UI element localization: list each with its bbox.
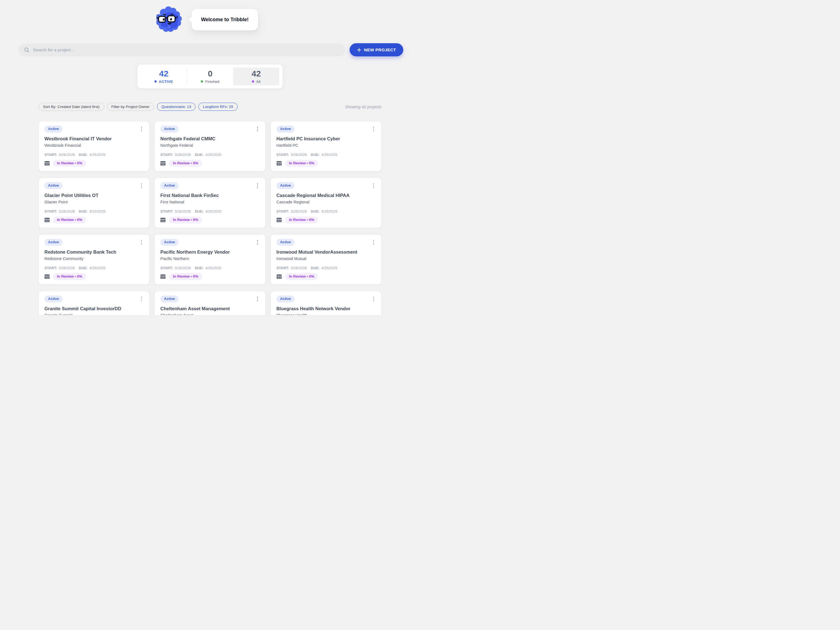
due-label: DUE: bbox=[79, 209, 88, 213]
start-label: START: bbox=[276, 153, 289, 157]
review-status-badge: In Review • 0% bbox=[285, 216, 318, 224]
project-card[interactable]: Active Bluegrass Health Network Vendor B… bbox=[271, 291, 382, 315]
active-dot-icon bbox=[155, 80, 157, 83]
project-company: Ironwood Mutual bbox=[276, 256, 376, 262]
project-card[interactable]: Active Redstone Community Bank Tech Reds… bbox=[38, 235, 149, 285]
start-date: 3/26/2026 bbox=[291, 153, 307, 157]
kebab-menu-icon[interactable] bbox=[139, 239, 144, 246]
project-title: Hartfield PC Insurance Cyber bbox=[276, 135, 376, 142]
project-title: Westbrook Financial IT Vendor bbox=[44, 135, 144, 142]
project-company: Redstone Community bbox=[44, 256, 144, 262]
sort-by-filter[interactable]: Sort By: Created Date (latest first) bbox=[38, 103, 104, 111]
project-card[interactable]: Active Cheltenham Asset Management Chelt… bbox=[155, 291, 265, 315]
project-company: Cheltenham Asset bbox=[160, 312, 259, 315]
search-input[interactable] bbox=[33, 47, 340, 52]
showing-count: Showing 42 projects bbox=[345, 105, 382, 109]
new-project-button[interactable]: NEW PROJECT bbox=[350, 43, 403, 57]
kebab-menu-icon[interactable] bbox=[255, 296, 260, 302]
project-title: Bluegrass Health Network Vendor bbox=[276, 306, 376, 312]
status-badge: Active bbox=[44, 182, 63, 189]
welcome-bubble: Welcome to Tribble! bbox=[191, 9, 258, 30]
kebab-menu-icon[interactable] bbox=[139, 296, 144, 302]
status-badge: Active bbox=[160, 296, 178, 302]
start-date: 3/26/2026 bbox=[58, 153, 75, 157]
project-dates: START: 3/26/2026 DUE: 4/25/2025 bbox=[160, 153, 259, 157]
kebab-menu-icon[interactable] bbox=[139, 182, 144, 189]
kebab-menu-icon[interactable] bbox=[255, 182, 260, 189]
project-card[interactable]: Active Glacier Point Utilities OT Glacie… bbox=[38, 178, 149, 228]
stat-finished[interactable]: 0 Finished bbox=[187, 68, 233, 85]
review-status-badge: In Review • 0% bbox=[169, 160, 202, 167]
project-card[interactable]: Active Hartfield PC Insurance Cyber Hart… bbox=[271, 121, 382, 171]
review-status-badge: In Review • 0% bbox=[53, 216, 86, 224]
start-date: 3/26/2026 bbox=[175, 153, 191, 157]
status-badge: Active bbox=[160, 182, 178, 189]
start-date: 3/26/2026 bbox=[58, 266, 75, 270]
project-card[interactable]: Active Granite Summit Capital InvestorDD… bbox=[38, 291, 149, 315]
project-card[interactable]: Active Pacific Northern Energy Vendor Pa… bbox=[155, 235, 265, 285]
start-label: START: bbox=[44, 153, 57, 157]
stat-active[interactable]: 42 ACTIVE bbox=[141, 68, 187, 85]
due-date: 4/25/2025 bbox=[321, 153, 338, 157]
project-company: Northgate Federal bbox=[160, 143, 259, 148]
project-company: First National bbox=[160, 199, 259, 205]
due-label: DUE: bbox=[311, 266, 320, 270]
kebab-menu-icon[interactable] bbox=[255, 239, 260, 246]
table-icon bbox=[160, 161, 166, 166]
project-title: Cheltenham Asset Management bbox=[160, 306, 259, 312]
start-date: 3/26/2026 bbox=[175, 209, 191, 213]
kebab-menu-icon[interactable] bbox=[371, 182, 376, 189]
start-label: START: bbox=[276, 266, 289, 270]
questionnaire-filter[interactable]: Questionnaire: 13 bbox=[157, 103, 196, 111]
bubble-tail bbox=[188, 16, 195, 23]
project-title: First National Bank FinSec bbox=[160, 192, 259, 198]
project-company: Glacier Point bbox=[44, 199, 144, 205]
search-row: NEW PROJECT bbox=[19, 43, 403, 57]
project-card[interactable]: Active Ironwood Mutual VendorAssessment … bbox=[271, 235, 382, 285]
due-label: DUE: bbox=[195, 153, 204, 157]
longform-rfx-filter[interactable]: Longform RFx: 29 bbox=[198, 103, 237, 111]
start-label: START: bbox=[44, 266, 57, 270]
project-title: Ironwood Mutual VendorAssessment bbox=[276, 249, 376, 255]
due-label: DUE: bbox=[79, 153, 88, 157]
start-label: START: bbox=[160, 266, 173, 270]
due-date: 4/25/2025 bbox=[205, 153, 221, 157]
project-company: Cascade Regional bbox=[276, 199, 376, 205]
plus-icon bbox=[357, 48, 362, 52]
project-company: Bluegrass Health bbox=[276, 312, 376, 315]
status-badge: Active bbox=[276, 182, 295, 189]
project-dates: START: 3/26/2026 DUE: 4/25/2025 bbox=[44, 266, 144, 270]
project-card[interactable]: Active Northgate Federal CMMC Northgate … bbox=[155, 121, 265, 171]
due-label: DUE: bbox=[195, 266, 204, 270]
stat-finished-count: 0 bbox=[208, 69, 213, 78]
project-card[interactable]: Active Cascade Regional Medical HIPAA Ca… bbox=[271, 178, 382, 228]
welcome-text: Welcome to Tribble! bbox=[201, 17, 249, 23]
review-status-badge: In Review • 0% bbox=[169, 273, 202, 280]
due-date: 4/25/2025 bbox=[89, 153, 106, 157]
project-card[interactable]: Active Westbrook Financial IT Vendor Wes… bbox=[38, 121, 149, 171]
stat-all[interactable]: 42 All bbox=[233, 68, 279, 85]
kebab-menu-icon[interactable] bbox=[371, 296, 376, 302]
stat-all-count: 42 bbox=[252, 69, 261, 78]
project-search[interactable] bbox=[19, 44, 345, 57]
kebab-menu-icon[interactable] bbox=[371, 239, 376, 246]
project-company: Pacific Northern bbox=[160, 256, 259, 262]
due-label: DUE: bbox=[311, 209, 320, 213]
table-icon bbox=[44, 161, 50, 166]
status-badge: Active bbox=[276, 296, 295, 302]
status-badge: Active bbox=[276, 126, 295, 132]
review-status-badge: In Review • 0% bbox=[285, 273, 318, 280]
tribble-mascot-icon bbox=[156, 6, 183, 33]
project-card[interactable]: Active First National Bank FinSec First … bbox=[155, 178, 265, 228]
due-date: 4/25/2025 bbox=[89, 266, 106, 270]
project-dates: START: 3/26/2026 DUE: 4/25/2025 bbox=[44, 209, 144, 213]
start-date: 3/26/2026 bbox=[291, 209, 307, 213]
project-owner-filter[interactable]: Filter by Project Owner bbox=[107, 103, 154, 111]
table-icon bbox=[44, 274, 50, 279]
project-stats-card: 42 ACTIVE 0 Finished 42 All bbox=[137, 64, 283, 89]
review-status-badge: In Review • 0% bbox=[169, 216, 202, 224]
kebab-menu-icon[interactable] bbox=[255, 126, 260, 132]
project-dates: START: 3/26/2026 DUE: 4/25/2025 bbox=[160, 266, 259, 270]
kebab-menu-icon[interactable] bbox=[371, 126, 376, 132]
kebab-menu-icon[interactable] bbox=[139, 126, 144, 132]
